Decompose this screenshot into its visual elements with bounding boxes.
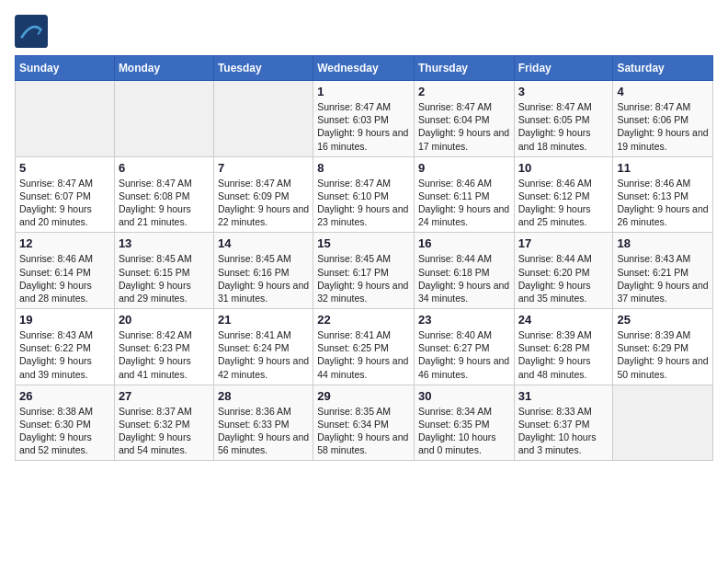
cell-content: Sunrise: 8:37 AM Sunset: 6:32 PM Dayligh… — [119, 405, 210, 457]
day-number: 18 — [617, 236, 709, 250]
weekday-header-wednesday: Wednesday — [313, 56, 415, 81]
cell-content: Sunrise: 8:43 AM Sunset: 6:22 PM Dayligh… — [19, 328, 110, 381]
cell-content: Sunrise: 8:47 AM Sunset: 6:05 PM Dayligh… — [518, 100, 609, 153]
day-number: 20 — [119, 313, 210, 327]
calendar-cell: 21Sunrise: 8:41 AM Sunset: 6:24 PM Dayli… — [213, 309, 313, 385]
cell-content: Sunrise: 8:42 AM Sunset: 6:23 PM Dayligh… — [119, 328, 210, 381]
calendar-cell: 13Sunrise: 8:45 AM Sunset: 6:15 PM Dayli… — [114, 233, 213, 309]
weekday-header-tuesday: Tuesday — [213, 56, 313, 81]
weekday-header-monday: Monday — [114, 56, 213, 81]
cell-content: Sunrise: 8:36 AM Sunset: 6:33 PM Dayligh… — [218, 405, 309, 457]
day-number: 29 — [317, 389, 410, 403]
day-number: 26 — [19, 389, 110, 403]
weekday-header-thursday: Thursday — [414, 56, 514, 81]
day-number: 7 — [218, 161, 309, 175]
cell-content: Sunrise: 8:45 AM Sunset: 6:16 PM Dayligh… — [218, 252, 309, 304]
cell-content: Sunrise: 8:41 AM Sunset: 6:25 PM Dayligh… — [317, 328, 410, 381]
calendar-cell: 9Sunrise: 8:46 AM Sunset: 6:11 PM Daylig… — [414, 156, 514, 233]
calendar-cell: 16Sunrise: 8:44 AM Sunset: 6:18 PM Dayli… — [414, 233, 514, 309]
day-number: 30 — [418, 389, 510, 403]
day-number: 10 — [518, 161, 609, 175]
calendar-cell: 12Sunrise: 8:46 AM Sunset: 6:14 PM Dayli… — [16, 233, 115, 309]
cell-content: Sunrise: 8:38 AM Sunset: 6:30 PM Dayligh… — [19, 405, 110, 457]
day-number: 9 — [418, 161, 510, 175]
day-number: 15 — [317, 236, 410, 250]
day-number: 4 — [617, 85, 709, 98]
cell-content: Sunrise: 8:45 AM Sunset: 6:17 PM Dayligh… — [317, 252, 410, 304]
cell-content: Sunrise: 8:43 AM Sunset: 6:21 PM Dayligh… — [617, 252, 709, 304]
cell-content: Sunrise: 8:46 AM Sunset: 6:11 PM Dayligh… — [418, 177, 510, 229]
cell-content: Sunrise: 8:44 AM Sunset: 6:18 PM Dayligh… — [418, 252, 510, 304]
day-number: 21 — [218, 313, 309, 327]
cell-content: Sunrise: 8:35 AM Sunset: 6:34 PM Dayligh… — [317, 405, 410, 457]
calendar-header: SundayMondayTuesdayWednesdayThursdayFrid… — [16, 56, 713, 81]
day-number: 22 — [317, 313, 410, 327]
cell-content: Sunrise: 8:47 AM Sunset: 6:09 PM Dayligh… — [218, 177, 309, 229]
cell-content: Sunrise: 8:46 AM Sunset: 6:12 PM Dayligh… — [518, 177, 609, 229]
cell-content: Sunrise: 8:45 AM Sunset: 6:15 PM Dayligh… — [119, 252, 210, 304]
calendar-cell: 20Sunrise: 8:42 AM Sunset: 6:23 PM Dayli… — [114, 309, 213, 385]
cell-content: Sunrise: 8:40 AM Sunset: 6:27 PM Dayligh… — [418, 328, 510, 381]
calendar-cell: 23Sunrise: 8:40 AM Sunset: 6:27 PM Dayli… — [414, 309, 514, 385]
weekday-header-sunday: Sunday — [16, 56, 115, 81]
day-number: 3 — [518, 85, 609, 98]
calendar-cell: 7Sunrise: 8:47 AM Sunset: 6:09 PM Daylig… — [213, 156, 313, 233]
day-number: 19 — [19, 313, 110, 327]
day-number: 31 — [518, 389, 609, 403]
day-number: 2 — [418, 85, 510, 98]
calendar-cell: 25Sunrise: 8:39 AM Sunset: 6:29 PM Dayli… — [613, 309, 713, 385]
header — [15, 15, 713, 48]
day-number: 1 — [317, 85, 410, 98]
calendar-cell: 22Sunrise: 8:41 AM Sunset: 6:25 PM Dayli… — [313, 309, 415, 385]
calendar-cell: 30Sunrise: 8:34 AM Sunset: 6:35 PM Dayli… — [414, 385, 514, 461]
calendar-cell: 2Sunrise: 8:47 AM Sunset: 6:04 PM Daylig… — [414, 81, 514, 157]
logo-icon — [15, 15, 48, 48]
day-number: 12 — [19, 236, 110, 250]
cell-content: Sunrise: 8:39 AM Sunset: 6:29 PM Dayligh… — [617, 328, 709, 381]
calendar-cell: 17Sunrise: 8:44 AM Sunset: 6:20 PM Dayli… — [514, 233, 613, 309]
calendar-cell: 15Sunrise: 8:45 AM Sunset: 6:17 PM Dayli… — [313, 233, 415, 309]
calendar-cell: 29Sunrise: 8:35 AM Sunset: 6:34 PM Dayli… — [313, 385, 415, 461]
calendar-week-4: 26Sunrise: 8:38 AM Sunset: 6:30 PM Dayli… — [16, 385, 713, 461]
calendar-cell — [213, 81, 313, 157]
cell-content: Sunrise: 8:47 AM Sunset: 6:04 PM Dayligh… — [418, 100, 510, 153]
calendar-cell: 31Sunrise: 8:33 AM Sunset: 6:37 PM Dayli… — [514, 385, 613, 461]
calendar-cell: 6Sunrise: 8:47 AM Sunset: 6:08 PM Daylig… — [114, 156, 213, 233]
calendar-cell: 4Sunrise: 8:47 AM Sunset: 6:06 PM Daylig… — [613, 81, 713, 157]
day-number: 8 — [317, 161, 410, 175]
day-number: 25 — [617, 313, 709, 327]
calendar-cell: 5Sunrise: 8:47 AM Sunset: 6:07 PM Daylig… — [16, 156, 115, 233]
calendar-cell: 27Sunrise: 8:37 AM Sunset: 6:32 PM Dayli… — [114, 385, 213, 461]
cell-content: Sunrise: 8:47 AM Sunset: 6:08 PM Dayligh… — [119, 177, 210, 229]
day-number: 16 — [418, 236, 510, 250]
calendar-cell — [16, 81, 115, 157]
calendar-week-0: 1Sunrise: 8:47 AM Sunset: 6:03 PM Daylig… — [16, 81, 713, 157]
calendar-cell: 11Sunrise: 8:46 AM Sunset: 6:13 PM Dayli… — [613, 156, 713, 233]
calendar-cell: 3Sunrise: 8:47 AM Sunset: 6:05 PM Daylig… — [514, 81, 613, 157]
calendar-table: SundayMondayTuesdayWednesdayThursdayFrid… — [15, 55, 713, 461]
day-number: 5 — [19, 161, 110, 175]
calendar-cell: 26Sunrise: 8:38 AM Sunset: 6:30 PM Dayli… — [16, 385, 115, 461]
day-number: 6 — [119, 161, 210, 175]
calendar-week-1: 5Sunrise: 8:47 AM Sunset: 6:07 PM Daylig… — [16, 156, 713, 233]
cell-content: Sunrise: 8:47 AM Sunset: 6:06 PM Dayligh… — [617, 100, 709, 153]
cell-content: Sunrise: 8:39 AM Sunset: 6:28 PM Dayligh… — [518, 328, 609, 381]
cell-content: Sunrise: 8:34 AM Sunset: 6:35 PM Dayligh… — [418, 405, 510, 457]
cell-content: Sunrise: 8:44 AM Sunset: 6:20 PM Dayligh… — [518, 252, 609, 304]
cell-content: Sunrise: 8:41 AM Sunset: 6:24 PM Dayligh… — [218, 328, 309, 381]
day-number: 17 — [518, 236, 609, 250]
day-number: 13 — [119, 236, 210, 250]
weekday-header-saturday: Saturday — [613, 56, 713, 81]
day-number: 24 — [518, 313, 609, 327]
calendar-cell: 24Sunrise: 8:39 AM Sunset: 6:28 PM Dayli… — [514, 309, 613, 385]
day-number: 11 — [617, 161, 709, 175]
calendar-cell — [613, 385, 713, 461]
day-number: 23 — [418, 313, 510, 327]
calendar-cell — [114, 81, 213, 157]
calendar-cell: 8Sunrise: 8:47 AM Sunset: 6:10 PM Daylig… — [313, 156, 415, 233]
calendar-cell: 14Sunrise: 8:45 AM Sunset: 6:16 PM Dayli… — [213, 233, 313, 309]
cell-content: Sunrise: 8:47 AM Sunset: 6:07 PM Dayligh… — [19, 177, 110, 229]
day-number: 28 — [218, 389, 309, 403]
calendar-cell: 18Sunrise: 8:43 AM Sunset: 6:21 PM Dayli… — [613, 233, 713, 309]
logo — [15, 15, 51, 48]
